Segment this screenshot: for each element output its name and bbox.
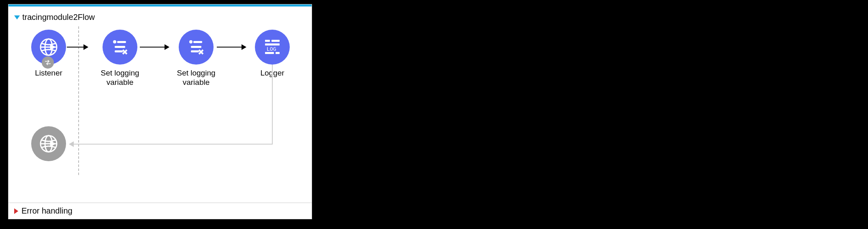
node-label: Set logging variable xyxy=(170,69,222,87)
return-connector xyxy=(272,65,273,144)
transform-badge-icon xyxy=(42,56,54,69)
variable-x-icon xyxy=(103,30,137,65)
svg-point-4 xyxy=(113,40,116,43)
svg-rect-17 xyxy=(276,52,280,54)
listener-node[interactable]: Listener xyxy=(22,30,75,78)
flow-arrow xyxy=(140,47,169,48)
error-handling-header[interactable]: Error handling xyxy=(9,203,312,219)
svg-rect-9 xyxy=(193,41,202,43)
flow-arrow xyxy=(217,47,246,48)
svg-text:LOG: LOG xyxy=(267,46,276,52)
variable-x-icon xyxy=(179,30,214,65)
source-divider xyxy=(78,26,79,175)
svg-rect-6 xyxy=(115,46,125,48)
node-label: Listener xyxy=(35,69,62,78)
disclosure-triangle-down-icon[interactable] xyxy=(14,15,20,19)
globe-arrow-icon xyxy=(31,126,66,161)
svg-rect-13 xyxy=(272,40,280,42)
flow-header[interactable]: tracingmodule2Flow xyxy=(14,13,95,22)
error-handling-label: Error handling xyxy=(21,206,73,216)
disclosure-triangle-right-icon[interactable] xyxy=(14,208,18,214)
svg-rect-7 xyxy=(115,50,123,52)
set-variable-node[interactable]: Set logging variable xyxy=(94,30,146,87)
globe-arrow-icon xyxy=(31,30,66,65)
svg-rect-14 xyxy=(265,43,280,45)
node-label: Set logging variable xyxy=(94,69,146,87)
svg-rect-11 xyxy=(191,50,199,52)
svg-rect-5 xyxy=(117,41,126,43)
set-variable-node[interactable]: Set logging variable xyxy=(170,30,222,87)
svg-rect-16 xyxy=(265,52,274,54)
response-node[interactable] xyxy=(22,126,75,161)
flow-canvas: tracingmodule2Flow Listener xyxy=(8,4,312,219)
return-connector xyxy=(69,144,273,145)
log-icon: LOG xyxy=(255,30,290,65)
svg-marker-3 xyxy=(51,45,55,49)
svg-rect-12 xyxy=(265,40,270,42)
selection-accent xyxy=(9,4,312,6)
svg-point-8 xyxy=(189,40,192,43)
svg-rect-10 xyxy=(191,46,201,48)
flow-arrow xyxy=(67,47,88,48)
flow-title: tracingmodule2Flow xyxy=(22,13,95,22)
svg-marker-21 xyxy=(51,142,55,146)
